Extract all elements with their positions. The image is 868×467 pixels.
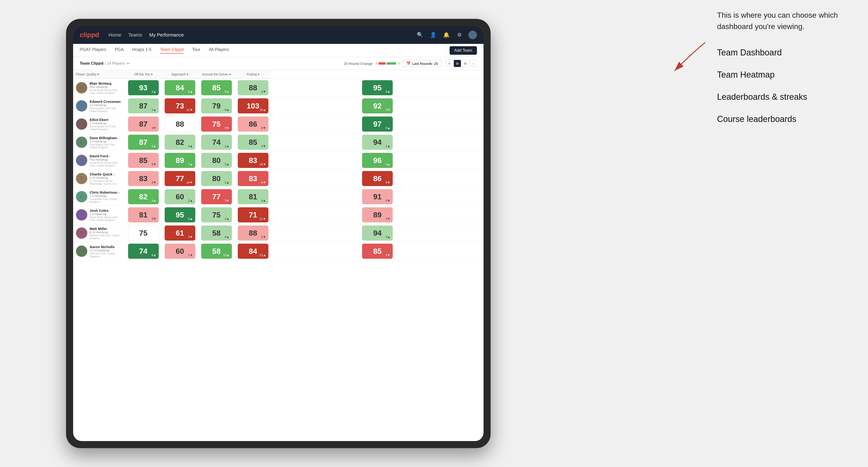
score-approach: 584▲ bbox=[198, 224, 235, 242]
player-cell: CCharlie Quick✓6-10 HandicapSt. George's… bbox=[73, 170, 125, 187]
bell-icon[interactable]: 🔔 bbox=[442, 31, 451, 39]
score-around_green: 8421▲ bbox=[235, 242, 271, 260]
sort-icon[interactable]: ↕ bbox=[470, 60, 477, 67]
tab-all-players[interactable]: All Players bbox=[209, 47, 229, 54]
player-club: Woburn Golf Club, United Kingdom bbox=[90, 234, 122, 240]
round-high: +5 bbox=[397, 62, 401, 65]
player-name: David Ford✓ bbox=[90, 154, 122, 158]
players-table: Player Quality ▾ Off the Tee ▾ Approach … bbox=[73, 70, 484, 260]
table-row[interactable]: EEdward Crossman1-5 HandicapSunningdale … bbox=[73, 97, 484, 115]
search-icon[interactable]: 🔍 bbox=[415, 31, 424, 39]
player-handicap: Plus Handicap bbox=[90, 158, 122, 161]
list-view-icon[interactable]: ≡ bbox=[446, 60, 453, 67]
settings-icon[interactable]: ⚙ bbox=[455, 31, 464, 39]
score-value: 85 bbox=[373, 247, 382, 256]
player-handicap: 1-5 Handicap bbox=[90, 194, 122, 198]
col-header-approach[interactable]: Approach ▾ bbox=[161, 70, 198, 79]
col-header-off-tee[interactable]: Off the Tee ▾ bbox=[125, 70, 161, 79]
score-value: 75 bbox=[139, 229, 148, 238]
annotation-item-1: Team Heatmap bbox=[717, 68, 859, 81]
score-change: 14▼ bbox=[186, 181, 193, 184]
nav-teams[interactable]: Teams bbox=[128, 32, 142, 38]
score-change: 4▲ bbox=[151, 144, 156, 148]
score-value: 82 bbox=[176, 138, 184, 147]
score-off_tee: 7714▼ bbox=[161, 169, 198, 188]
score-value: 88 bbox=[249, 229, 257, 238]
score-value: 89 bbox=[176, 156, 184, 165]
player-cell: DDavid Ford✓Plus HandicapRoyal North Dev… bbox=[73, 152, 125, 169]
score-change: 11▼ bbox=[186, 108, 193, 112]
player-club: Royal North Devon Golf Club, United King… bbox=[90, 161, 122, 167]
score-value: 77 bbox=[212, 192, 221, 201]
score-off_tee: 824▲ bbox=[161, 133, 198, 151]
table-row[interactable]: BBlair McHargPlus HandicapRoyal North De… bbox=[73, 79, 484, 97]
table-row[interactable]: CCharlie Quick✓6-10 HandicapSt. George's… bbox=[73, 169, 484, 188]
round-change-label: 20 Round Change bbox=[344, 62, 373, 66]
grid-view-icon[interactable]: ⊞ bbox=[454, 60, 461, 67]
edit-icon[interactable]: ✏ bbox=[127, 61, 130, 66]
table-row[interactable]: DDavid Ford✓Plus HandicapRoyal North Dev… bbox=[73, 151, 484, 169]
nav-links: Home Teams My Performance bbox=[108, 32, 415, 38]
col-header-player[interactable]: Player Quality ▾ bbox=[73, 70, 125, 79]
user-icon[interactable]: 👤 bbox=[429, 31, 437, 39]
score-change: 1▼ bbox=[188, 253, 193, 257]
score-value: 74 bbox=[212, 138, 221, 147]
score-value: 93 bbox=[139, 84, 148, 92]
tab-pga[interactable]: PGA bbox=[115, 47, 124, 54]
player-cell: EEdward Crossman1-5 HandicapSunningdale … bbox=[73, 97, 125, 115]
score-value: 82 bbox=[139, 192, 148, 201]
score-around_green: 814▲ bbox=[235, 188, 271, 206]
score-value: 79 bbox=[212, 102, 221, 111]
player-cell: DDave Billingham1-5 HandicapGog Magog Go… bbox=[73, 133, 125, 151]
score-change: 3▼ bbox=[224, 199, 229, 203]
nav-home[interactable]: Home bbox=[108, 32, 121, 38]
table-row[interactable]: AAaron Nicholls11-15 HandicapDrift Golf … bbox=[73, 242, 484, 260]
last-rounds-button[interactable]: 📅 Last Rounds: 20 bbox=[403, 60, 441, 67]
tab-team-clippd[interactable]: Team Clippd bbox=[160, 47, 184, 54]
heatmap-view-icon[interactable]: ⊟ bbox=[462, 60, 469, 67]
score-off_tee: 897▲ bbox=[161, 151, 198, 169]
score-change: 3▲ bbox=[224, 162, 229, 166]
table-row[interactable]: EElliot Ebert1-5 HandicapSunningdale Gol… bbox=[73, 115, 484, 133]
player-avatar: B bbox=[76, 82, 87, 93]
score-change: 4▲ bbox=[224, 235, 229, 239]
score-value: 96 bbox=[373, 156, 382, 165]
score-value: 87 bbox=[139, 138, 148, 147]
add-team-button[interactable]: Add Team bbox=[450, 46, 477, 55]
col-header-around-green[interactable]: Around the Green ▾ bbox=[198, 70, 235, 79]
score-value: 83 bbox=[139, 174, 148, 183]
score-value: 81 bbox=[139, 211, 148, 219]
score-value: 60 bbox=[176, 192, 184, 201]
score-change: 11▼ bbox=[259, 217, 266, 220]
avatar[interactable]: 👤 bbox=[468, 31, 477, 39]
score-value: 75 bbox=[212, 120, 221, 129]
score-value: 83 bbox=[249, 174, 257, 183]
score-value: 103 bbox=[247, 102, 259, 111]
table-row[interactable]: DDave Billingham1-5 HandicapGog Magog Go… bbox=[73, 133, 484, 151]
score-value: 94 bbox=[373, 138, 382, 147]
tab-hcaps[interactable]: Hcaps 1-5 bbox=[132, 47, 151, 54]
score-value: 73 bbox=[176, 102, 184, 111]
score-change: 1▲ bbox=[385, 144, 390, 148]
score-change: 3▼ bbox=[151, 181, 156, 184]
tab-tour[interactable]: Tour bbox=[192, 47, 200, 54]
bar-red bbox=[379, 62, 385, 65]
table-row[interactable]: CChris Robertson✓1-5 HandicapCraigmillar… bbox=[73, 188, 484, 206]
nav-icons: 🔍 👤 🔔 ⚙ 👤 bbox=[415, 31, 477, 39]
score-around_green: 881▼ bbox=[235, 79, 271, 97]
score-value: 80 bbox=[212, 156, 221, 165]
nav-my-performance[interactable]: My Performance bbox=[149, 32, 184, 38]
score-value: 80 bbox=[212, 174, 221, 183]
tab-pgat-players[interactable]: PGAT Players bbox=[80, 47, 106, 54]
score-value: 58 bbox=[212, 247, 221, 256]
col-header-putting[interactable]: Putting ▾ bbox=[235, 70, 271, 79]
score-value: 85 bbox=[249, 138, 257, 147]
table-row[interactable]: MMatt Miller6-10 HandicapWoburn Golf Clu… bbox=[73, 224, 484, 242]
score-change: 9▲ bbox=[385, 90, 390, 93]
player-cell: JJosh Coles1-5 HandicapRoyal North Devon… bbox=[73, 206, 125, 224]
player-avatar: D bbox=[76, 136, 87, 148]
table-row[interactable]: JJosh Coles1-5 HandicapRoyal North Devon… bbox=[73, 206, 484, 224]
score-approach: 752▲ bbox=[198, 206, 235, 224]
player-avatar: M bbox=[76, 227, 87, 239]
player-cell: BBlair McHargPlus HandicapRoyal North De… bbox=[73, 79, 125, 97]
